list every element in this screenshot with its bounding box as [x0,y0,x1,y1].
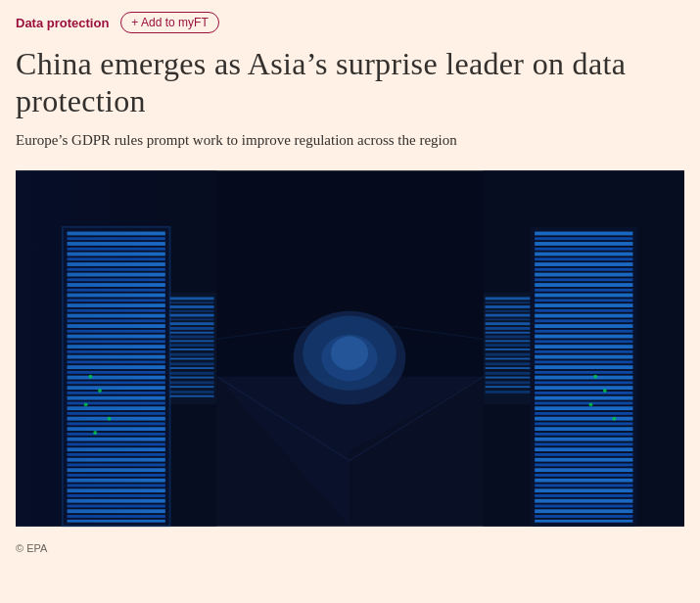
add-to-myft-button[interactable]: + Add to myFT [120,12,218,33]
svg-point-182 [84,402,88,406]
svg-point-183 [108,417,112,421]
svg-point-180 [89,375,93,379]
article-image-container: © EPA [16,162,684,554]
article-subheadline: Europe’s GDPR rules prompt work to impro… [16,130,684,151]
article-image [16,162,684,534]
svg-point-187 [589,402,593,406]
article-headline: China emerges as Asia’s surprise leader … [16,45,684,120]
svg-point-184 [93,431,97,435]
image-caption: © EPA [16,542,684,554]
top-bar: Data protection + Add to myFT [16,12,684,33]
category-link[interactable]: Data protection [16,16,109,30]
svg-rect-179 [16,170,684,526]
svg-point-181 [98,389,102,393]
svg-point-188 [612,417,616,421]
svg-point-186 [603,389,607,393]
svg-point-185 [593,375,597,379]
page-wrapper: Data protection + Add to myFT China emer… [0,0,700,570]
